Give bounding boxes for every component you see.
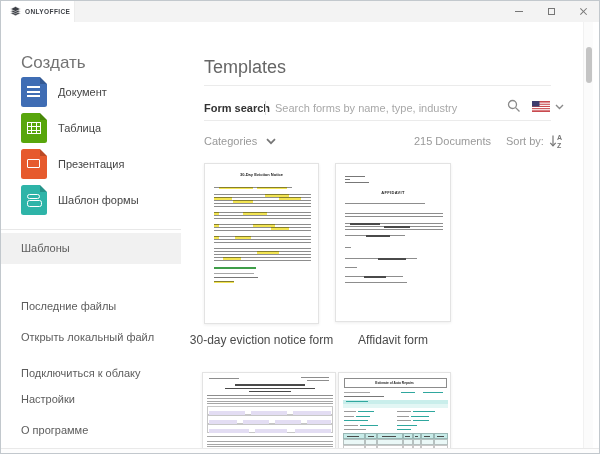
preview-texture bbox=[368, 436, 374, 437]
preview-texture bbox=[343, 404, 448, 408]
divider bbox=[204, 120, 551, 121]
sidebar-item-connect-cloud[interactable]: Подключиться к облаку bbox=[1, 363, 181, 383]
search-button[interactable] bbox=[506, 99, 522, 115]
preview-texture bbox=[364, 276, 386, 278]
page-title: Templates bbox=[204, 57, 286, 78]
template-card-label[interactable]: 30-day eviction notice form bbox=[184, 333, 339, 347]
sidebar-item-open-local-file[interactable]: Открыть локальный файл bbox=[1, 327, 181, 347]
preview-texture bbox=[532, 107, 550, 108]
us-flag-icon bbox=[532, 101, 550, 112]
preview-texture bbox=[249, 391, 291, 392]
preview-texture bbox=[243, 212, 267, 215]
preview-texture bbox=[214, 281, 234, 284]
preview-texture bbox=[401, 392, 415, 393]
preview-texture bbox=[214, 273, 254, 274]
sort-control[interactable]: Sort by: A Z bbox=[506, 133, 564, 149]
create-section-header: Создать bbox=[21, 53, 86, 73]
create-item-label: Документ bbox=[58, 77, 107, 107]
preview-texture bbox=[356, 416, 370, 417]
categories-dropdown[interactable]: Categories bbox=[204, 135, 276, 147]
preview-texture bbox=[40, 149, 47, 156]
preview-texture bbox=[214, 212, 219, 215]
preview-texture bbox=[509, 101, 517, 109]
preview-texture bbox=[301, 377, 329, 378]
divider bbox=[265, 101, 266, 115]
preview-texture bbox=[219, 187, 253, 190]
preview-texture bbox=[397, 420, 411, 421]
chevron-down-icon bbox=[555, 104, 564, 110]
onlyoffice-logo-icon bbox=[10, 6, 21, 17]
preview-title: Estimate of Auto Repairs bbox=[339, 381, 450, 385]
preview-texture bbox=[209, 429, 249, 433]
preview-texture bbox=[40, 77, 47, 84]
preview-texture bbox=[295, 429, 331, 433]
template-card-auto-repair-estimate[interactable]: Estimate of Auto Repairs bbox=[338, 372, 451, 448]
create-presentation-button[interactable]: Презентация bbox=[1, 149, 181, 179]
template-card-eviction-notice[interactable]: 30-Day Eviction Notice bbox=[204, 163, 319, 324]
preview-texture bbox=[275, 420, 301, 424]
preview-texture bbox=[251, 411, 287, 415]
preview-texture bbox=[235, 384, 305, 386]
create-form-template-button[interactable]: Шаблон формы bbox=[1, 185, 181, 215]
preview-texture bbox=[423, 392, 443, 393]
sidebar-item-about[interactable]: О программе bbox=[1, 420, 181, 440]
preview-texture: A bbox=[557, 134, 562, 141]
create-document-button[interactable]: Документ bbox=[1, 77, 181, 107]
preview-texture bbox=[214, 267, 256, 269]
window-bottom-edge bbox=[1, 448, 599, 454]
preview-texture bbox=[27, 122, 41, 134]
scrollbar-thumb[interactable] bbox=[586, 47, 592, 83]
scrollbar-track[interactable] bbox=[583, 22, 593, 448]
sidebar-item-recent-files[interactable]: Последние файлы bbox=[1, 296, 181, 316]
preview-texture bbox=[347, 436, 359, 437]
app-tab[interactable]: ONLYOFFICE bbox=[1, 1, 75, 22]
create-spreadsheet-button[interactable]: Таблица bbox=[1, 113, 181, 143]
preview-title: AFFIDAVIT bbox=[336, 190, 450, 195]
titlebar[interactable]: ONLYOFFICE bbox=[1, 1, 599, 22]
preview-texture bbox=[345, 176, 365, 177]
preview-texture bbox=[405, 436, 410, 437]
close-button[interactable] bbox=[567, 1, 599, 22]
preview-texture bbox=[345, 267, 357, 268]
preview-texture bbox=[346, 401, 368, 402]
preview-texture bbox=[40, 113, 47, 120]
template-card-ssa-application[interactable] bbox=[202, 372, 336, 448]
preview-texture bbox=[344, 420, 368, 421]
minimize-button[interactable] bbox=[503, 1, 535, 22]
maximize-button[interactable] bbox=[535, 1, 567, 22]
preview-texture bbox=[516, 108, 520, 112]
preview-texture bbox=[209, 411, 245, 415]
search-input[interactable] bbox=[273, 99, 483, 117]
preview-texture bbox=[345, 182, 369, 183]
preview-texture bbox=[350, 223, 380, 225]
preview-texture bbox=[532, 109, 550, 110]
sidebar-item-settings[interactable]: Настройки bbox=[1, 389, 181, 409]
preview-texture bbox=[397, 429, 411, 430]
language-selector[interactable] bbox=[532, 98, 568, 115]
template-card-label[interactable]: Affidavit form bbox=[335, 333, 451, 347]
preview-texture bbox=[344, 392, 370, 393]
template-card-affidavit[interactable]: AFFIDAVIT bbox=[335, 163, 451, 322]
preview-texture bbox=[344, 425, 358, 426]
preview-texture bbox=[257, 251, 279, 254]
preview-texture bbox=[345, 203, 425, 204]
documents-count: 215 Documents bbox=[391, 135, 491, 147]
preview-texture bbox=[214, 277, 258, 278]
preview-texture bbox=[415, 436, 419, 437]
sidebar-item-templates[interactable]: Шаблоны bbox=[1, 233, 181, 264]
preview-texture bbox=[344, 396, 384, 397]
preview-texture bbox=[267, 139, 275, 143]
preview-texture bbox=[424, 436, 431, 437]
preview-table bbox=[343, 433, 448, 448]
preview-texture bbox=[27, 159, 40, 168]
sidebar: Создать Документ Таблица Презентация Шаб… bbox=[1, 22, 181, 448]
preview-texture bbox=[307, 420, 331, 424]
sort-label: Sort by: bbox=[506, 135, 544, 147]
preview-texture bbox=[307, 380, 329, 381]
preview-texture bbox=[345, 179, 350, 180]
minimize-icon bbox=[515, 11, 523, 12]
form-template-icon bbox=[21, 185, 47, 215]
preview-texture bbox=[207, 395, 333, 396]
preview-texture bbox=[397, 411, 411, 412]
preview-texture bbox=[214, 236, 219, 239]
